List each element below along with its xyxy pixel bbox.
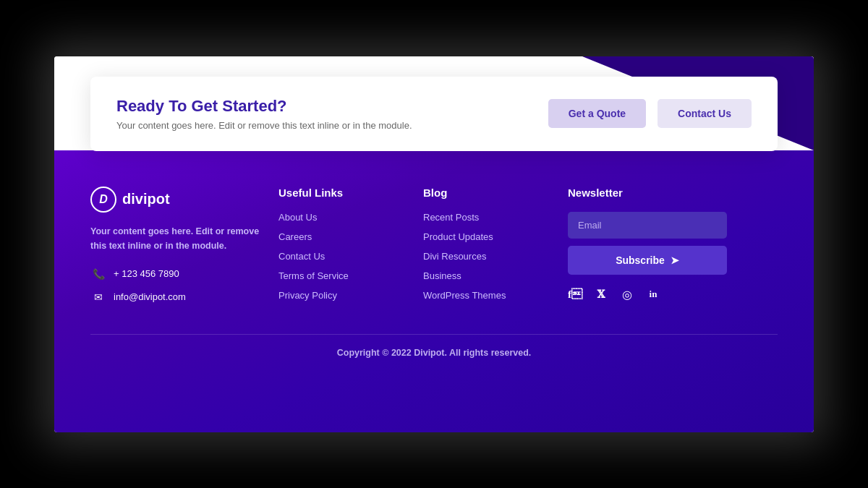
link-wordpress-themes[interactable]: WordPress Themes [423,290,553,301]
contact-us-button[interactable]: Contact Us [658,99,752,128]
screen-wrapper: Ready To Get Started? Your content goes … [54,56,814,432]
cta-subtitle: Your content goes here. Edit or remove t… [116,120,412,131]
get-quote-button[interactable]: Get a Quote [548,99,646,128]
footer-copyright: Copyright © 2022 Divipot. All rights res… [90,334,778,358]
link-recent-posts[interactable]: Recent Posts [423,212,553,223]
brand-description: Your content goes here. Edit or removeth… [90,224,264,253]
subscribe-label: Subscribe [616,254,665,266]
brand-column: D divipot Your content goes here. Edit o… [90,187,264,312]
newsletter-title: Newsletter [568,187,727,199]
social-icons:  𝕏 ◎ in [568,288,727,301]
cta-title: Ready To Get Started? [116,97,412,116]
link-business[interactable]: Business [423,270,553,281]
cta-card: Ready To Get Started? Your content goes … [90,77,778,151]
brand-logo: D divipot [90,187,264,213]
brand-name: divipot [122,191,170,207]
email-address: info@divipot.com [114,291,186,302]
useful-links-title: Useful Links [278,187,409,199]
blog-title: Blog [423,187,553,199]
facebook-icon[interactable]:  [568,288,582,301]
email-input[interactable] [568,212,727,239]
link-privacy[interactable]: Privacy Policy [278,290,409,301]
useful-links-column: Useful Links About Us Careers Contact Us… [278,187,409,312]
blog-column: Blog Recent Posts Product Updates Divi R… [423,187,553,312]
twitter-icon[interactable]: 𝕏 [594,288,608,301]
brand-icon: D [90,187,116,213]
link-divi-resources[interactable]: Divi Resources [423,251,553,262]
email-icon: ✉ [90,289,106,305]
email-contact: ✉ info@divipot.com [90,289,264,305]
link-terms[interactable]: Terms of Service [278,270,409,281]
footer-section: D divipot Your content goes here. Edit o… [54,150,814,432]
footer-grid: D divipot Your content goes here. Edit o… [90,187,778,312]
cta-buttons: Get a Quote Contact Us [548,99,752,128]
link-contact-us[interactable]: Contact Us [278,251,409,262]
send-icon: ➤ [671,254,679,266]
phone-icon: 📞 [90,266,106,282]
phone-contact: 📞 + 123 456 7890 [90,266,264,282]
newsletter-column: Newsletter Subscribe ➤  𝕏 ◎ in [568,187,727,312]
copyright-text: Copyright © 2022 Divipot. All rights res… [337,348,532,358]
subscribe-button[interactable]: Subscribe ➤ [568,246,727,275]
cta-text-block: Ready To Get Started? Your content goes … [116,97,412,131]
instagram-icon[interactable]: ◎ [620,288,634,301]
phone-number: + 123 456 7890 [114,268,179,279]
link-about-us[interactable]: About Us [278,212,409,223]
linkedin-icon[interactable]: in [646,288,660,300]
link-product-updates[interactable]: Product Updates [423,231,553,242]
link-careers[interactable]: Careers [278,231,409,242]
